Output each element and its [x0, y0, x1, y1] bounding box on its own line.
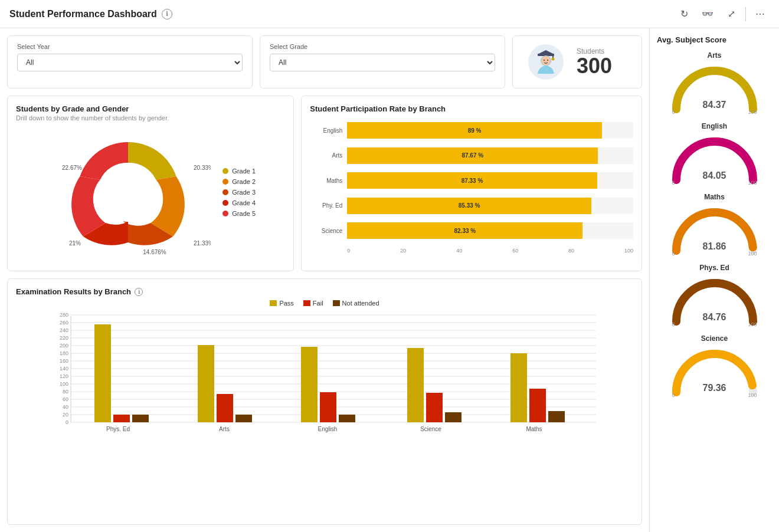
svg-text:22.67%: 22.67%	[62, 165, 82, 171]
bar-arts-pass	[198, 345, 214, 422]
view-button[interactable]: 👓	[698, 5, 717, 24]
donut-legend: Grade 1 Grade 2 Grade 3	[222, 168, 256, 217]
bar-row-arts: Arts 87.67 %	[310, 147, 633, 164]
svg-text:60: 60	[63, 396, 68, 402]
fullscreen-button[interactable]: ⤢	[722, 5, 741, 24]
gauge-science-label: Science	[701, 334, 728, 343]
gauge-arts-container: 84.37 0 100	[667, 62, 762, 115]
info-icon[interactable]: ℹ	[162, 9, 172, 19]
legend-not-attended: Not attended	[333, 300, 379, 307]
svg-text:20.33%: 20.33%	[194, 165, 211, 171]
bar-row-science: Science 82.33 %	[310, 222, 633, 239]
bar-arts-not	[235, 415, 252, 422]
gauge-phyed-container: 84.76 0 100	[667, 274, 762, 327]
bar-row-english: English 89 %	[310, 122, 633, 139]
exam-info-icon[interactable]: ℹ	[135, 288, 143, 296]
svg-text:0: 0	[66, 419, 68, 425]
student-count-card: Students 300	[512, 35, 642, 88]
bar-track-maths: 87.33 %	[347, 172, 633, 189]
bar-label-maths: Maths	[310, 178, 342, 184]
bar-science-pass	[407, 348, 424, 422]
bar-track-science: 82.33 %	[347, 222, 633, 239]
more-options-button[interactable]: ⋯	[751, 5, 770, 24]
legend-label-grade3: Grade 3	[232, 189, 256, 196]
right-panel: Avg. Subject Score Arts 84.37 0 100	[649, 28, 779, 532]
svg-text:English: English	[318, 426, 338, 432]
exam-chart-svg: 0 20 40 60 80 100 120	[16, 310, 633, 440]
gauge-maths: Maths 81.86 0 100	[657, 193, 772, 257]
svg-text:140: 140	[60, 366, 68, 372]
svg-text:21%: 21%	[69, 240, 81, 247]
donut-title: Students by Grade and Gender	[16, 104, 285, 113]
student-info: Students 300	[577, 47, 612, 77]
bar-maths-fail	[529, 389, 546, 422]
svg-text:280: 280	[60, 312, 68, 318]
gauge-maths-max: 100	[748, 251, 757, 257]
grade-filter-label: Select Grade	[270, 43, 495, 50]
gauge-arts-label: Arts	[707, 51, 721, 60]
gauge-english-container: 84.05 0 100	[667, 133, 762, 186]
gauge-maths-min: 0	[672, 251, 675, 257]
refresh-button[interactable]: ↻	[675, 5, 693, 24]
donut-content: 20.33% 21.33% 14.676% 21% 22.67% Grade 1	[16, 121, 285, 262]
svg-text:260: 260	[60, 320, 68, 326]
bar-label-phyed: Phy. Ed	[310, 202, 342, 209]
year-filter-select[interactable]: All 2021 2022 2023 2024	[17, 54, 243, 71]
bar-row-maths: Maths 87.33 %	[310, 172, 633, 189]
participation-bars: English 89 % Arts 87.67 % Ma	[310, 113, 633, 262]
svg-point-4	[552, 58, 555, 61]
bar-fill-science: 82.33 %	[347, 222, 582, 239]
header-left: Student Performance Dashboard ℹ	[9, 9, 172, 19]
legend-label-grade4: Grade 4	[232, 199, 256, 206]
gauge-english-max: 100	[748, 180, 757, 186]
year-filter-card: Select Year All 2021 2022 2023 2024	[7, 35, 253, 88]
gauge-maths-value: 81.86	[702, 241, 726, 252]
grade-filter-select[interactable]: All Grade 1 Grade 2 Grade 3 Grade 4 Grad…	[270, 54, 495, 71]
bar-label-english: English	[310, 127, 342, 134]
bar-english-not	[339, 415, 355, 422]
bar-science-fail	[426, 393, 443, 422]
gauge-arts: Arts 84.37 0 100	[657, 51, 772, 115]
donut-subtitle: Drill down to show the number of student…	[16, 114, 285, 121]
gauge-arts-value: 84.37	[702, 100, 726, 110]
bar-axis: 020406080100	[310, 248, 633, 254]
exam-header: Examination Results by Branch ℹ	[16, 287, 633, 296]
legend-grade2: Grade 2	[222, 178, 256, 185]
bar-science-not	[445, 412, 461, 422]
legend-pass: Pass	[270, 300, 293, 307]
avg-score-title: Avg. Subject Score	[657, 35, 772, 44]
svg-text:Phys. Ed: Phys. Ed	[106, 426, 130, 432]
bar-maths-not	[548, 411, 565, 422]
bar-fill-maths: 87.33 %	[347, 172, 597, 189]
page-title: Student Performance Dashboard	[9, 9, 157, 19]
participation-chart-card: Student Participation Rate by Branch Eng…	[301, 96, 642, 271]
legend-label-grade5: Grade 5	[232, 210, 256, 217]
svg-text:80: 80	[63, 389, 68, 395]
grade-filter-card: Select Grade All Grade 1 Grade 2 Grade 3…	[260, 35, 505, 88]
gauge-science-max: 100	[748, 392, 757, 398]
gauge-english: English 84.05 0 100	[657, 122, 772, 186]
legend-dot-grade4	[222, 200, 228, 206]
gauge-arts-min: 0	[672, 109, 675, 115]
svg-text:120: 120	[60, 373, 68, 379]
middle-row: Students by Grade and Gender Drill down …	[7, 96, 642, 271]
svg-text:20: 20	[63, 412, 68, 418]
center-panel: Select Year All 2021 2022 2023 2024 Sele…	[0, 28, 649, 532]
exam-card: Examination Results by Branch ℹ Pass Fai…	[7, 278, 642, 525]
bar-english-pass	[301, 347, 318, 422]
legend-grade5: Grade 5	[222, 210, 256, 217]
bar-maths-pass	[510, 353, 527, 422]
bar-fill-arts: 87.67 %	[347, 147, 598, 164]
legend-not-attended-bar	[333, 300, 340, 306]
legend-label-grade1: Grade 1	[232, 168, 256, 175]
svg-text:Science: Science	[420, 426, 441, 432]
participation-title: Student Participation Rate by Branch	[310, 104, 633, 113]
legend-dot-grade2	[222, 179, 228, 185]
donut-chart-card: Students by Grade and Gender Drill down …	[7, 96, 294, 271]
gauge-science-min: 0	[672, 392, 675, 398]
student-count-value: 300	[577, 55, 612, 77]
svg-point-8	[547, 60, 548, 61]
gauge-phyed: Phys. Ed 84.76 0 100	[657, 264, 772, 327]
gauge-maths-container: 81.86 0 100	[667, 203, 762, 257]
gauge-science-container: 79.36 0 100	[667, 345, 762, 398]
